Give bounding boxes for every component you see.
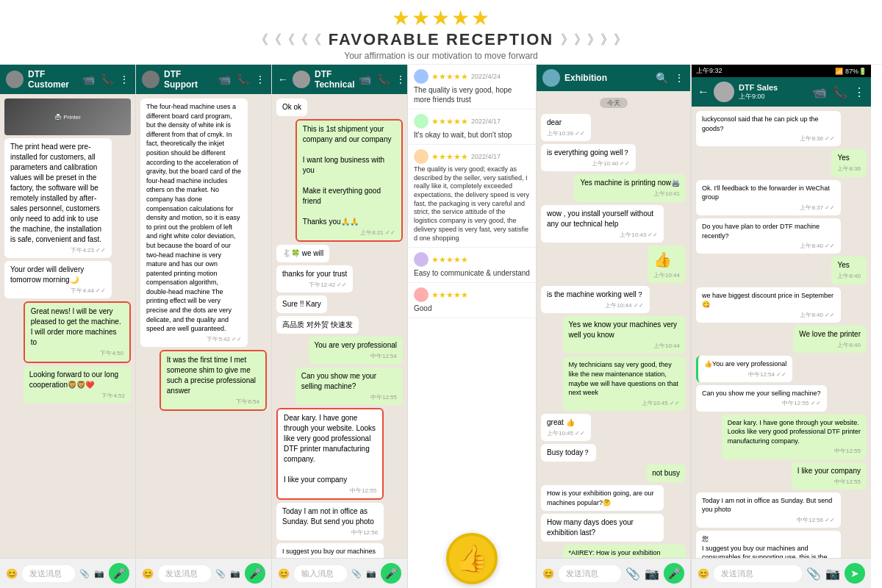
chat-input-3[interactable]: 输入消息: [294, 565, 347, 582]
send-button-1[interactable]: 🎤: [109, 563, 129, 584]
right-chat-input[interactable]: 发送消息: [714, 565, 802, 582]
header-icons-2[interactable]: 📹 📞 ⋮: [218, 74, 265, 85]
msg-3-9: Dear kary. I have gone through your webs…: [276, 408, 384, 500]
more-icon-3[interactable]: ⋮: [395, 74, 406, 85]
msg-5-11: not busy: [646, 465, 686, 482]
emoji-icon-right[interactable]: 😊: [698, 568, 709, 579]
chat-input-2[interactable]: 发送消息: [158, 565, 211, 582]
msg-3-8: Can you show me your selling machine? 中午…: [295, 368, 403, 405]
emoji-icon-2[interactable]: 😊: [142, 568, 154, 579]
right-chat-status: 上午9:00: [739, 92, 808, 101]
right-input-bar[interactable]: 😊 发送消息 📎 📷 ➤: [692, 558, 871, 588]
phone-icon-1[interactable]: 📞: [101, 74, 113, 85]
review-avatar-1: [414, 69, 429, 84]
msg-5-2: is everything going well？ 上午10:40 ✓✓: [541, 144, 636, 171]
chat-input-1[interactable]: 发送消息: [22, 565, 75, 582]
header-icons-5[interactable]: 🔍 ⋮: [656, 72, 684, 84]
camera-icon-1[interactable]: 📷: [94, 569, 104, 578]
right-msg-12: 您I suggest you buy our machines and cons…: [696, 531, 841, 558]
review-text-1: The quality is very good, hope more frie…: [414, 85, 530, 104]
back-icon-3[interactable]: ←: [278, 74, 288, 85]
chat-body-2: The four-head machine uses a different b…: [136, 94, 271, 558]
send-button-3[interactable]: 🎤: [381, 563, 401, 584]
msg-5-13: How many days does your exhibition last?: [541, 514, 664, 542]
video-icon-right[interactable]: 📹: [812, 85, 827, 99]
chat-header-2: DTF Support 📹 📞 ⋮: [136, 65, 271, 94]
right-msg-8: Can you show me your selling machine? 中午…: [696, 385, 827, 412]
more-icon-5[interactable]: ⋮: [674, 72, 684, 84]
msg-3-6: 高品质 对外贸 快速发: [276, 316, 359, 334]
review-item-5: ★★★★★ Good: [408, 283, 536, 318]
chat-input-5[interactable]: 发送消息: [559, 565, 621, 582]
msg-3-5: Sure !! Kary: [276, 295, 327, 313]
msg-5-9: great 👍 上午10:45 ✓✓: [541, 414, 591, 441]
review-item-3: ★★★★★ 2022/4/17 The quality is very good…: [408, 145, 536, 248]
chat-input-bar-1[interactable]: 😊 发送消息 📎 📷 🎤: [0, 558, 135, 588]
send-button-5[interactable]: 🎤: [664, 563, 684, 584]
phone-icon-3[interactable]: 📞: [377, 74, 390, 85]
chat-panel-2: DTF Support 📹 📞 ⋮ The four-head machine …: [136, 65, 272, 588]
right-chevrons: 》》》》》: [561, 31, 627, 49]
right-msg-1: luckyconsol said that he can pick up the…: [696, 111, 841, 146]
video-icon-3[interactable]: 📹: [359, 74, 371, 85]
camera-icon-3[interactable]: 📷: [366, 569, 376, 578]
right-msg-6: we have biggest discount price in Septem…: [696, 287, 841, 323]
review-item-4: ★★★★★ Easy to communicate & understand: [408, 248, 536, 283]
send-button-2[interactable]: 🎤: [245, 563, 265, 584]
review-item-1: ★★★★★ 2022/4/24 The quality is very good…: [408, 65, 536, 110]
video-icon-1[interactable]: 📹: [82, 74, 95, 85]
phone-icon-2[interactable]: 📞: [237, 74, 249, 85]
attach-icon-2[interactable]: 📎: [215, 569, 226, 578]
page-wrapper: ★★★★★ 《《《《《 FAVORABLE RECEPTION 》》》》》 Yo…: [0, 0, 882, 588]
battery-display: 📶 87%🔋: [835, 68, 867, 75]
more-icon-right[interactable]: ⋮: [853, 85, 865, 99]
more-icon-1[interactable]: ⋮: [119, 74, 129, 85]
attach-icon-1[interactable]: 📎: [79, 569, 90, 578]
msg-3-1: Ok ok: [276, 98, 307, 116]
right-chat-body: luckyconsol said that he can pick up the…: [692, 107, 871, 558]
chat-body-5: 今天 dear 上午10:39 ✓✓ is everything going w…: [537, 91, 690, 558]
video-icon-2[interactable]: 📹: [218, 74, 231, 85]
more-icon-2[interactable]: ⋮: [255, 74, 265, 85]
avatar-2: [142, 71, 159, 88]
right-header-icons[interactable]: 📹 📞 ⋮: [812, 85, 865, 99]
reviews-panel: ★★★★★ 2022/4/24 The quality is very good…: [408, 65, 537, 529]
search-icon-5[interactable]: 🔍: [656, 72, 668, 84]
camera-icon-2[interactable]: 📷: [230, 569, 240, 578]
today-label: 今天: [600, 98, 628, 108]
review-stars-4: ★★★★★: [431, 255, 468, 265]
back-icon-right[interactable]: ←: [698, 85, 709, 98]
msg-3-3: 🐇🍀 we will: [276, 245, 329, 262]
header-icons-1[interactable]: 📹 📞 ⋮: [82, 74, 129, 85]
msg-5-4: wow , you install yourself without any o…: [541, 205, 664, 243]
chat-input-bar-3[interactable]: 😊 输入消息 📎 📷 🎤: [272, 558, 407, 588]
msg-2-1: The four-head machine uses a different b…: [140, 98, 248, 347]
chat-input-bar-5[interactable]: 😊 发送消息 📎 📷 🎤: [537, 558, 690, 588]
chat-input-bar-2[interactable]: 😊 发送消息 📎 📷 🎤: [136, 558, 271, 588]
phone-icon-right[interactable]: 📞: [833, 85, 847, 99]
today-badge: 今天: [541, 96, 686, 111]
right-panel: 上午9:32 📶 87%🔋 ← DTF Sales 上午9:00 📹 📞 ⋮: [691, 65, 871, 588]
msg-2-2: It was the first time I met someone shim…: [159, 350, 267, 411]
msg-3-4: thanks for your trust 下午12:42 ✓✓: [276, 265, 353, 293]
attach-icon-5[interactable]: 📎: [625, 567, 640, 581]
review-avatar-2: [414, 114, 429, 129]
msg-3-2: This is 1st shipment your company and ou…: [295, 119, 403, 242]
camera-icon-right[interactable]: 📷: [825, 567, 840, 581]
right-msg-2: Yes 上午8:36: [831, 149, 867, 176]
msg-1-3: Great news! I will be very pleased to ge…: [24, 301, 131, 362]
send-button-right[interactable]: ➤: [845, 563, 865, 584]
emoji-icon-1[interactable]: 😊: [6, 568, 18, 579]
header: ★★★★★ 《《《《《 FAVORABLE RECEPTION 》》》》》 Yo…: [0, 0, 882, 65]
camera-icon-5[interactable]: 📷: [645, 567, 659, 581]
right-msg-10: I like your company 中午12:55: [792, 462, 867, 490]
emoji-icon-5[interactable]: 😊: [542, 568, 554, 579]
header-icons-3[interactable]: 📹 📞 ⋮: [359, 74, 406, 85]
chat-name-5: Exhibition: [564, 73, 651, 83]
chat-header-5: Exhibition 🔍 ⋮: [537, 65, 690, 91]
attach-icon-right[interactable]: 📎: [806, 567, 821, 581]
attach-icon-3[interactable]: 📎: [351, 569, 362, 578]
main-content: DTF Customer 📹 📞 ⋮ 🖨️ Printer The print …: [0, 65, 882, 588]
msg-5-12: How is your exhibition going, are our ma…: [541, 485, 664, 511]
emoji-icon-3[interactable]: 😊: [278, 568, 290, 579]
